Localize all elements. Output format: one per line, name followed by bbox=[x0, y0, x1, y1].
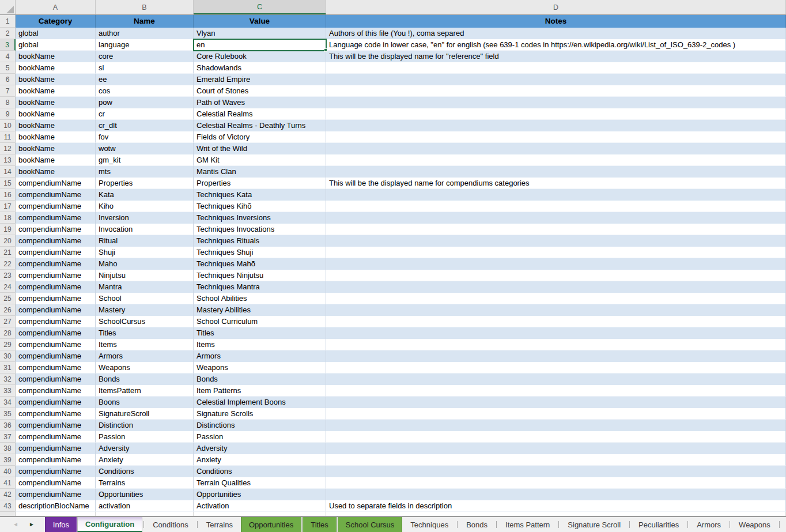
sheet-tab-opportunities[interactable]: Opportunities bbox=[241, 517, 301, 532]
cell-value[interactable]: Bonds bbox=[194, 373, 326, 385]
cell-category[interactable]: descriptionBlocName bbox=[16, 500, 96, 512]
cell-value[interactable]: Techniques Ninjutsu bbox=[194, 270, 326, 281]
row-header-15[interactable]: 15 bbox=[0, 178, 16, 189]
cell-notes[interactable] bbox=[326, 304, 786, 316]
cell-notes[interactable] bbox=[326, 408, 786, 420]
cell-category[interactable]: compendiumName bbox=[16, 212, 96, 224]
cell-category[interactable]: compendiumName bbox=[16, 408, 96, 420]
scroll-tabs-left-icon[interactable]: ◄ bbox=[13, 522, 18, 527]
cell-name[interactable]: Ritual bbox=[96, 235, 194, 247]
sheet-tab-titles[interactable]: Titles bbox=[303, 517, 337, 532]
cell-name[interactable]: SignatureScroll bbox=[96, 408, 194, 420]
row-header-18[interactable]: 18 bbox=[0, 212, 16, 224]
cell-name[interactable]: Boons bbox=[96, 397, 194, 408]
cell-category[interactable]: compendiumName bbox=[16, 397, 96, 408]
cell-notes[interactable] bbox=[326, 224, 786, 235]
cell-notes[interactable] bbox=[326, 454, 786, 466]
cell-name[interactable]: Bonds bbox=[96, 373, 194, 385]
cell-category[interactable]: compendiumName bbox=[16, 316, 96, 327]
row-header-21[interactable]: 21 bbox=[0, 247, 16, 258]
cell-notes[interactable] bbox=[326, 143, 786, 154]
cell-name[interactable]: author bbox=[96, 28, 194, 39]
cell-notes[interactable] bbox=[326, 166, 786, 178]
cell-notes[interactable] bbox=[326, 327, 786, 339]
cell-name[interactable]: Distinction bbox=[96, 420, 194, 431]
cell-notes[interactable] bbox=[326, 201, 786, 212]
cell-category[interactable]: compendiumName bbox=[16, 178, 96, 189]
row-header-11[interactable]: 11 bbox=[0, 131, 16, 143]
cell-notes[interactable] bbox=[326, 489, 786, 500]
cell-value[interactable]: Mantis Clan bbox=[194, 166, 326, 178]
cell-notes[interactable] bbox=[326, 74, 786, 85]
cell-notes[interactable]: Authors of this file (You !), coma separ… bbox=[326, 28, 786, 39]
cell-notes[interactable] bbox=[326, 85, 786, 97]
row-header-42[interactable]: 42 bbox=[0, 489, 16, 500]
cell-category[interactable]: compendiumName bbox=[16, 224, 96, 235]
cell-notes[interactable] bbox=[326, 189, 786, 201]
cell-category[interactable]: compendiumName bbox=[16, 339, 96, 350]
cell-name[interactable]: Items bbox=[96, 339, 194, 350]
cell-category[interactable]: bookName bbox=[16, 154, 96, 166]
row-header-27[interactable]: 27 bbox=[0, 316, 16, 327]
cell-category[interactable]: compendiumName bbox=[16, 454, 96, 466]
cell-value[interactable]: Fields of Victory bbox=[194, 131, 326, 143]
cell-name[interactable]: cos bbox=[96, 85, 194, 97]
cell-name[interactable]: Anxiety bbox=[96, 454, 194, 466]
cell-name[interactable]: ee bbox=[96, 74, 194, 85]
sheet-tab-items-pattern[interactable]: Items Pattern bbox=[498, 517, 557, 532]
cell-value[interactable]: Techniques Mahõ bbox=[194, 258, 326, 270]
cell-category[interactable]: compendiumName bbox=[16, 235, 96, 247]
cell-category[interactable]: compendiumName bbox=[16, 443, 96, 454]
row-header-8[interactable]: 8 bbox=[0, 97, 16, 108]
row-header-19[interactable]: 19 bbox=[0, 224, 16, 235]
cell-name[interactable]: Name bbox=[96, 15, 194, 28]
row-header-14[interactable]: 14 bbox=[0, 166, 16, 178]
cell-notes[interactable] bbox=[326, 431, 786, 443]
row-header-1[interactable]: 1 bbox=[0, 15, 16, 28]
cell-value[interactable]: Item Patterns bbox=[194, 385, 326, 397]
cell-value[interactable]: Celestial Implement Boons bbox=[194, 397, 326, 408]
cell-category[interactable]: compendiumName bbox=[16, 258, 96, 270]
cell-name[interactable]: core bbox=[96, 51, 194, 62]
cell-category[interactable]: compendiumName bbox=[16, 293, 96, 304]
cell-notes[interactable] bbox=[326, 120, 786, 131]
cell-category[interactable]: bookName bbox=[16, 62, 96, 74]
cell-name[interactable]: fov bbox=[96, 131, 194, 143]
cell-category[interactable]: compendiumName bbox=[16, 350, 96, 362]
cell-value[interactable]: Properties bbox=[194, 178, 326, 189]
cell-value[interactable]: Writ of the Wild bbox=[194, 143, 326, 154]
cell-notes[interactable] bbox=[326, 281, 786, 293]
cell-name[interactable]: Properties bbox=[96, 178, 194, 189]
row-header-4[interactable]: 4 bbox=[0, 51, 16, 62]
cell-notes[interactable]: This will be the displayed name for comp… bbox=[326, 178, 786, 189]
cell-value[interactable]: Titles bbox=[194, 327, 326, 339]
cell-notes[interactable] bbox=[326, 154, 786, 166]
cell-value[interactable]: Vlyan bbox=[194, 28, 326, 39]
cell-value[interactable]: Court of Stones bbox=[194, 85, 326, 97]
cell-category[interactable]: compendiumName bbox=[16, 385, 96, 397]
sheet-tab-ite[interactable]: Ite bbox=[781, 517, 786, 532]
cell-value[interactable]: Emerald Empire bbox=[194, 74, 326, 85]
cell-notes[interactable] bbox=[326, 131, 786, 143]
cell-category[interactable]: compendiumName bbox=[16, 327, 96, 339]
cell-name[interactable]: School bbox=[96, 293, 194, 304]
cell-name[interactable]: Weapons bbox=[96, 362, 194, 373]
cell-value[interactable]: School Abilities bbox=[194, 293, 326, 304]
row-header-41[interactable]: 41 bbox=[0, 477, 16, 489]
cell-value[interactable]: Armors bbox=[194, 350, 326, 362]
cell-value[interactable]: Conditions bbox=[194, 466, 326, 477]
sheet-tab-techniques[interactable]: Techniques bbox=[403, 517, 456, 532]
cell-notes[interactable] bbox=[326, 443, 786, 454]
cell-value[interactable]: Signature Scrolls bbox=[194, 408, 326, 420]
cell-notes[interactable] bbox=[326, 62, 786, 74]
cell-notes[interactable]: Notes bbox=[326, 15, 786, 28]
sheet-tab-configuration[interactable]: Configuration bbox=[77, 517, 142, 532]
cell-value[interactable]: Items bbox=[194, 339, 326, 350]
row-header-9[interactable]: 9 bbox=[0, 108, 16, 120]
column-header-a[interactable]: A bbox=[16, 0, 96, 14]
cell-name[interactable]: Adversity bbox=[96, 443, 194, 454]
selected-cell[interactable]: en bbox=[194, 39, 326, 51]
cell-name[interactable]: Mastery bbox=[96, 304, 194, 316]
sheet-tab-conditions[interactable]: Conditions bbox=[145, 517, 195, 532]
cell-category[interactable]: bookName bbox=[16, 143, 96, 154]
